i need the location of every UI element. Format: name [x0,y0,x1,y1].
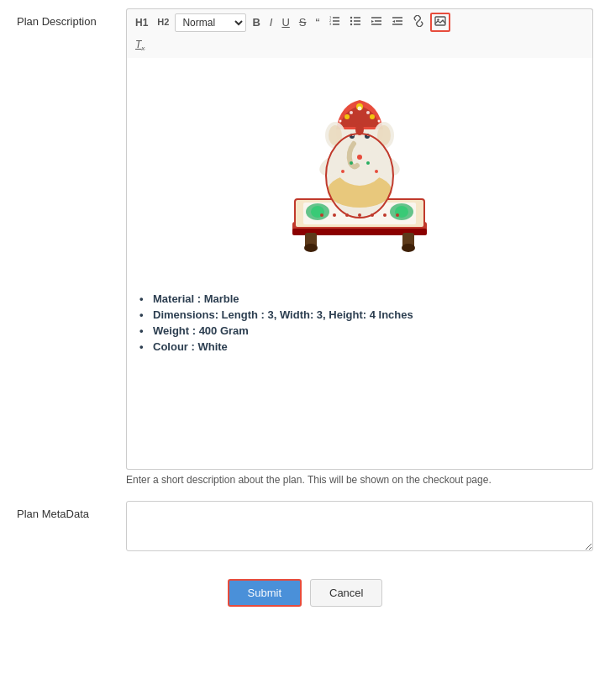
svg-point-44 [370,114,375,119]
svg-point-47 [366,111,370,114]
list-item: Material : Marble [139,292,580,305]
plan-metadata-row: Plan MetaData [17,501,593,554]
ordered-list-button[interactable]: 1 2 3 [325,13,344,32]
link-button[interactable] [409,13,428,32]
product-details-list: Material : Marble Dimensions: Length : 3… [139,292,580,353]
image-button[interactable] [430,13,450,32]
svg-marker-15 [371,20,374,23]
product-image [271,66,448,276]
plan-metadata-content [126,501,593,554]
list-item: Weight : 400 Gram [139,324,580,337]
svg-point-61 [350,161,353,165]
list-item: Dimensions: Length : 3, Width: 3, Height… [139,308,580,321]
editor-toolbar: H1 H2 Normal Heading 1 Heading 2 Heading… [126,8,593,58]
svg-point-6 [350,17,352,18]
svg-point-22 [438,18,439,20]
svg-point-63 [341,170,344,173]
plan-description-label: Plan Description [17,8,126,28]
outdent-button[interactable] [388,13,407,32]
svg-point-8 [350,24,352,25]
unordered-list-button[interactable] [346,13,365,32]
svg-point-35 [402,244,415,252]
svg-point-49 [378,120,381,123]
svg-point-45 [350,111,353,114]
svg-point-62 [366,161,370,165]
svg-point-67 [345,213,349,217]
bold-button[interactable]: B [249,14,263,31]
format-select[interactable]: Normal Heading 1 Heading 2 Heading 3 [175,13,246,32]
form-button-row: Submit Cancel [17,579,593,607]
underline-button[interactable]: U [278,14,292,31]
svg-point-48 [339,120,342,123]
svg-point-65 [320,213,323,217]
svg-point-64 [375,170,378,173]
plan-metadata-textarea[interactable] [126,501,593,551]
svg-point-68 [358,213,361,217]
strikethrough-button[interactable]: S [296,14,310,31]
italic-button[interactable]: I [266,14,276,31]
svg-marker-19 [392,20,395,23]
svg-point-7 [350,20,352,22]
h1-button[interactable]: H1 [132,15,151,30]
clear-format-button[interactable]: Tx [132,37,148,55]
toolbar-row-2: Tx [132,37,587,55]
plan-description-editor: H1 H2 Normal Heading 1 Heading 2 Heading… [126,8,593,486]
svg-point-66 [333,213,336,217]
h2-button[interactable]: H2 [154,15,172,29]
indent-button[interactable] [367,13,386,32]
product-image-container [139,66,580,279]
svg-point-70 [383,213,387,217]
list-item: Colour : White [139,340,580,353]
svg-point-60 [357,155,362,160]
submit-button[interactable]: Submit [228,579,302,607]
editor-body[interactable]: Material : Marble Dimensions: Length : 3… [126,58,593,470]
svg-line-20 [418,19,420,22]
svg-point-71 [396,213,399,217]
svg-point-42 [344,114,350,119]
plan-description-row: Plan Description H1 H2 Normal Heading 1 … [17,8,593,486]
plan-metadata-label: Plan MetaData [17,501,126,520]
cancel-button[interactable]: Cancel [310,579,382,607]
svg-point-46 [358,107,362,111]
toolbar-row-1: H1 H2 Normal Heading 1 Heading 2 Heading… [132,13,587,32]
svg-text:3: 3 [329,22,332,26]
svg-point-69 [371,213,374,217]
quote-button[interactable]: “ [312,13,323,32]
editor-helper-text: Enter a short description about the plan… [126,474,593,486]
svg-point-34 [304,244,318,252]
